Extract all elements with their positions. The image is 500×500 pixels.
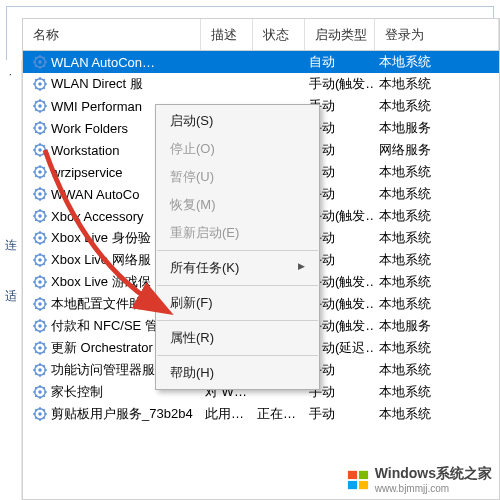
cell-desc: 此用… bbox=[201, 405, 253, 423]
col-login[interactable]: 登录为 bbox=[375, 19, 499, 50]
gear-icon bbox=[33, 297, 47, 311]
svg-point-61 bbox=[38, 192, 42, 196]
menu-help[interactable]: 帮助(H) bbox=[156, 359, 319, 387]
svg-point-81 bbox=[38, 236, 42, 240]
menu-separator-2 bbox=[157, 285, 318, 286]
cell-login: 本地系统 bbox=[375, 75, 499, 93]
watermark-text: Windows系统之家 www.bjmmjj.com bbox=[375, 465, 492, 494]
cell-login: 本地系统 bbox=[375, 229, 499, 247]
cell-login: 本地系统 bbox=[375, 405, 499, 423]
gear-icon bbox=[33, 55, 47, 69]
service-name-label: 功能访问管理器服务 bbox=[51, 361, 168, 379]
cell-login: 本地系统 bbox=[375, 361, 499, 379]
cell-login: 本地系统 bbox=[375, 339, 499, 357]
gear-icon bbox=[33, 187, 47, 201]
gear-icon bbox=[33, 319, 47, 333]
service-name-label: WMI Performan bbox=[51, 99, 142, 114]
cell-login: 本地系统 bbox=[375, 383, 499, 401]
menu-refresh[interactable]: 刷新(F) bbox=[156, 289, 319, 317]
gear-icon bbox=[33, 275, 47, 289]
svg-point-1 bbox=[38, 60, 42, 64]
service-name-label: Xbox Live 网络服 bbox=[51, 251, 151, 269]
table-row[interactable]: WLAN AutoCon…自动本地系统 bbox=[23, 51, 499, 73]
menu-properties[interactable]: 属性(R) bbox=[156, 324, 319, 352]
service-name-label: Xbox Accessory bbox=[51, 209, 144, 224]
gear-icon bbox=[33, 165, 47, 179]
cell-name: WLAN Direct 服 bbox=[29, 75, 201, 93]
col-status[interactable]: 状态 bbox=[253, 19, 305, 50]
cell-start: 自动 bbox=[305, 53, 375, 71]
svg-point-71 bbox=[38, 214, 42, 218]
cell-login: 本地服务 bbox=[375, 317, 499, 335]
cell-name: 剪贴板用户服务_73b2b4 bbox=[29, 405, 201, 423]
menu-separator-1 bbox=[157, 250, 318, 251]
svg-rect-171 bbox=[359, 470, 368, 478]
col-desc[interactable]: 描述 bbox=[201, 19, 253, 50]
svg-point-131 bbox=[38, 346, 42, 350]
svg-point-141 bbox=[38, 368, 42, 372]
svg-point-161 bbox=[38, 412, 42, 416]
watermark: Windows系统之家 www.bjmmjj.com bbox=[347, 465, 492, 494]
cell-login: 本地系统 bbox=[375, 97, 499, 115]
col-start[interactable]: 启动类型 bbox=[305, 19, 375, 50]
cell-login: 本地系统 bbox=[375, 273, 499, 291]
menu-pause: 暂停(U) bbox=[156, 163, 319, 191]
gear-icon bbox=[33, 77, 47, 91]
cell-login: 本地系统 bbox=[375, 251, 499, 269]
svg-point-101 bbox=[38, 280, 42, 284]
cell-login: 网络服务 bbox=[375, 141, 499, 159]
col-name[interactable]: 名称 bbox=[23, 19, 201, 50]
side-txt-c: 适 bbox=[0, 286, 21, 307]
gear-icon bbox=[33, 253, 47, 267]
gear-icon bbox=[33, 407, 47, 421]
menu-start[interactable]: 启动(S) bbox=[156, 107, 319, 135]
service-name-label: WLAN AutoCon… bbox=[51, 55, 155, 70]
service-name-label: Xbox Live 游戏保 bbox=[51, 273, 151, 291]
windows-logo-icon bbox=[347, 469, 369, 491]
gear-icon bbox=[33, 143, 47, 157]
table-header: 名称 描述 状态 启动类型 登录为 bbox=[23, 19, 499, 51]
side-txt-b: 连 bbox=[0, 235, 21, 256]
svg-point-11 bbox=[38, 82, 42, 86]
service-name-label: WLAN Direct 服 bbox=[51, 75, 143, 93]
cell-start: 手动 bbox=[305, 405, 375, 423]
service-name-label: 家长控制 bbox=[51, 383, 103, 401]
menu-restart: 重新启动(E) bbox=[156, 219, 319, 247]
cell-status: 正在… bbox=[253, 405, 305, 423]
gear-icon bbox=[33, 363, 47, 377]
service-name-label: Xbox Live 身份验 bbox=[51, 229, 151, 247]
gear-icon bbox=[33, 209, 47, 223]
svg-point-21 bbox=[38, 104, 42, 108]
gear-icon bbox=[33, 385, 47, 399]
svg-rect-172 bbox=[348, 480, 357, 488]
menu-separator-3 bbox=[157, 320, 318, 321]
service-name-label: wrzipservice bbox=[51, 165, 123, 180]
cell-login: 本地服务 bbox=[375, 119, 499, 137]
menu-separator-4 bbox=[157, 355, 318, 356]
svg-rect-170 bbox=[348, 470, 357, 478]
table-row[interactable]: WLAN Direct 服手动(触发…本地系统 bbox=[23, 73, 499, 95]
gear-icon bbox=[33, 121, 47, 135]
svg-point-121 bbox=[38, 324, 42, 328]
svg-point-91 bbox=[38, 258, 42, 262]
cell-login: 本地系统 bbox=[375, 207, 499, 225]
cell-login: 本地系统 bbox=[375, 53, 499, 71]
side-txt-a: · bbox=[0, 64, 21, 85]
svg-rect-173 bbox=[359, 480, 368, 488]
svg-point-31 bbox=[38, 126, 42, 130]
service-name-label: Workstation bbox=[51, 143, 119, 158]
menu-alltasks[interactable]: 所有任务(K) bbox=[156, 254, 319, 282]
service-name-label: 剪贴板用户服务_73b2b4 bbox=[51, 405, 193, 423]
svg-point-111 bbox=[38, 302, 42, 306]
service-name-label: Work Folders bbox=[51, 121, 128, 136]
cell-login: 本地系统 bbox=[375, 163, 499, 181]
left-sidebar-strip: · 连 适 bbox=[0, 60, 22, 500]
cell-login: 本地系统 bbox=[375, 185, 499, 203]
cell-login: 本地系统 bbox=[375, 295, 499, 313]
gear-icon bbox=[33, 231, 47, 245]
table-row[interactable]: 剪贴板用户服务_73b2b4此用…正在…手动本地系统 bbox=[23, 403, 499, 425]
menu-stop: 停止(O) bbox=[156, 135, 319, 163]
cell-start: 手动(触发… bbox=[305, 75, 375, 93]
svg-point-51 bbox=[38, 170, 42, 174]
gear-icon bbox=[33, 341, 47, 355]
